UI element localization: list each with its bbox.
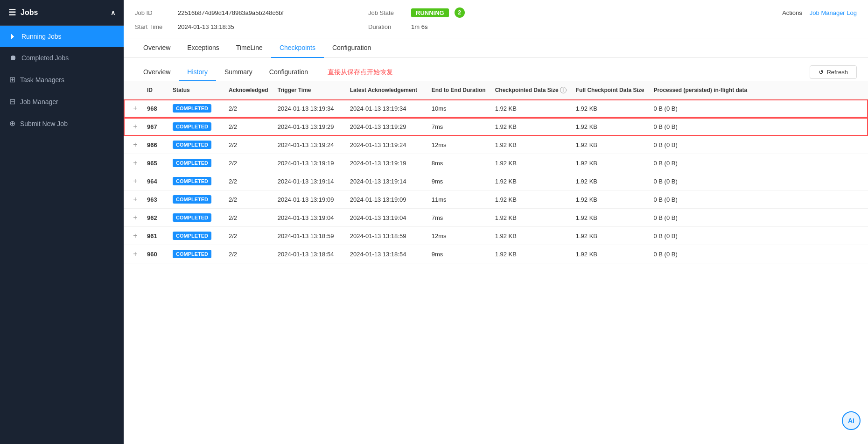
row-trigger-time: 2024-01-13 13:19:19 <box>273 154 345 172</box>
row-latest-ack: 2024-01-13 13:18:59 <box>345 227 427 245</box>
table-row[interactable]: +961COMPLETED2/22024-01-13 13:18:592024-… <box>124 227 868 245</box>
state-count-badge: 2 <box>455 7 465 18</box>
outer-tab-timeline[interactable]: TimeLine <box>228 38 271 58</box>
inner-tab-summary[interactable]: Summary <box>216 63 261 81</box>
expand-btn[interactable]: + <box>124 209 142 227</box>
running-jobs-label: Running Jobs <box>21 33 62 40</box>
row-latest-ack: 2024-01-13 13:19:04 <box>345 209 427 227</box>
row-id: 968 <box>142 99 168 118</box>
table-row[interactable]: +964COMPLETED2/22024-01-13 13:19:142024-… <box>124 172 868 190</box>
ai-badge[interactable]: Ai <box>842 411 861 430</box>
row-checkpoint-size: 1.92 KB <box>490 227 571 245</box>
row-checkpoint-size: 1.92 KB <box>490 154 571 172</box>
table-row[interactable]: +965COMPLETED2/22024-01-13 13:19:192024-… <box>124 154 868 172</box>
table-body: +968COMPLETED2/22024-01-13 13:19:342024-… <box>124 99 868 263</box>
restore-text: 直接从保存点开始恢复 <box>328 68 393 77</box>
outer-tabs: OverviewExceptionsTimeLineCheckpointsCon… <box>124 38 868 58</box>
row-latest-ack: 2024-01-13 13:19:29 <box>345 118 427 136</box>
row-acknowledged: 2/2 <box>224 172 273 190</box>
task-managers-icon: ⊞ <box>9 75 15 84</box>
duration-cell: Duration 1m 6s <box>368 21 499 33</box>
th-expand <box>124 81 142 99</box>
inner-tab-history[interactable]: History <box>179 63 216 81</box>
expand-btn[interactable]: + <box>124 99 142 118</box>
row-status: COMPLETED <box>168 245 224 263</box>
sidebar-item-submit-new-job[interactable]: ⊕ Submit New Job <box>0 113 124 134</box>
outer-tab-checkpoints[interactable]: Checkpoints <box>271 38 324 58</box>
outer-tab-configuration[interactable]: Configuration <box>324 38 379 58</box>
job-manager-log-link[interactable]: Job Manager Log <box>810 9 857 16</box>
refresh-button[interactable]: ↺ Refresh <box>810 65 857 79</box>
outer-tab-overview[interactable]: Overview <box>135 38 179 58</box>
row-duration: 12ms <box>427 136 490 154</box>
row-id: 963 <box>142 190 168 209</box>
th-id: ID <box>142 81 168 99</box>
status-badge: COMPLETED <box>173 213 211 222</box>
table-row[interactable]: +960COMPLETED2/22024-01-13 13:18:542024-… <box>124 245 868 263</box>
row-latest-ack: 2024-01-13 13:18:54 <box>345 245 427 263</box>
row-id: 964 <box>142 172 168 190</box>
checkpoint-table-container[interactable]: IDStatusAcknowledgedTrigger TimeLatest A… <box>124 81 868 444</box>
table-row[interactable]: +968COMPLETED2/22024-01-13 13:19:342024-… <box>124 99 868 118</box>
completed-jobs-icon: ⏺ <box>9 54 17 62</box>
expand-btn[interactable]: + <box>124 190 142 209</box>
job-manager-icon: ⊟ <box>9 97 15 106</box>
job-manager-label: Job Manager <box>20 98 58 106</box>
job-id-label: Job ID <box>135 9 172 16</box>
row-checkpoint-size: 1.92 KB <box>490 209 571 227</box>
status-badge: COMPLETED <box>173 122 211 131</box>
sidebar-item-job-manager[interactable]: ⊟ Job Manager <box>0 91 124 113</box>
row-status: COMPLETED <box>168 190 224 209</box>
menu-icon[interactable]: ☰ <box>8 7 16 18</box>
row-trigger-time: 2024-01-13 13:19:14 <box>273 172 345 190</box>
row-duration: 12ms <box>427 227 490 245</box>
start-time-label: Start Time <box>135 23 172 30</box>
expand-btn[interactable]: + <box>124 172 142 190</box>
row-acknowledged: 2/2 <box>224 136 273 154</box>
expand-btn[interactable]: + <box>124 227 142 245</box>
duration-label: Duration <box>368 23 406 30</box>
row-latest-ack: 2024-01-13 13:19:09 <box>345 190 427 209</box>
row-acknowledged: 2/2 <box>224 209 273 227</box>
row-full-size: 1.92 KB <box>571 190 649 209</box>
th-status: Status <box>168 81 224 99</box>
row-inflight: 0 B (0 B) <box>649 172 868 190</box>
sidebar: ☰ Jobs ∧ ⏵ Running Jobs⏺ Completed Jobs⊞… <box>0 0 124 444</box>
th-processed_inflight: Processed (persisted) in-flight data <box>649 81 868 99</box>
row-full-size: 1.92 KB <box>571 209 649 227</box>
inner-tab-overview[interactable]: Overview <box>135 63 179 81</box>
row-checkpoint-size: 1.92 KB <box>490 136 571 154</box>
actions-cell: Actions Job Manager Log <box>782 5 857 21</box>
row-full-size: 1.92 KB <box>571 99 649 118</box>
sidebar-item-running-jobs[interactable]: ⏵ Running Jobs <box>0 26 124 47</box>
expand-btn[interactable]: + <box>124 136 142 154</box>
row-status: COMPLETED <box>168 209 224 227</box>
inner-tab-configuration[interactable]: Configuration <box>261 63 316 81</box>
table-row[interactable]: +967COMPLETED2/22024-01-13 13:19:292024-… <box>124 118 868 136</box>
row-latest-ack: 2024-01-13 13:19:19 <box>345 154 427 172</box>
row-status: COMPLETED <box>168 99 224 118</box>
sidebar-item-task-managers[interactable]: ⊞ Task Managers <box>0 69 124 91</box>
row-trigger-time: 2024-01-13 13:18:54 <box>273 245 345 263</box>
job-state-label: Job State <box>368 9 406 16</box>
row-acknowledged: 2/2 <box>224 154 273 172</box>
sidebar-item-completed-jobs[interactable]: ⏺ Completed Jobs <box>0 47 124 69</box>
status-badge: COMPLETED <box>173 104 211 113</box>
table-row[interactable]: +962COMPLETED2/22024-01-13 13:19:042024-… <box>124 209 868 227</box>
expand-btn[interactable]: + <box>124 154 142 172</box>
table-row[interactable]: +963COMPLETED2/22024-01-13 13:19:092024-… <box>124 190 868 209</box>
outer-tab-exceptions[interactable]: Exceptions <box>179 38 227 58</box>
row-status: COMPLETED <box>168 172 224 190</box>
sidebar-title: Jobs <box>21 8 38 17</box>
inner-tabs-container: OverviewHistorySummaryConfiguration <box>135 63 316 81</box>
table-row[interactable]: +966COMPLETED2/22024-01-13 13:19:242024-… <box>124 136 868 154</box>
info-icon-checkpointed_data_size[interactable]: i <box>560 87 567 93</box>
expand-btn[interactable]: + <box>124 118 142 136</box>
chevron-up-icon[interactable]: ∧ <box>111 9 115 16</box>
completed-jobs-label: Completed Jobs <box>21 54 69 62</box>
expand-btn[interactable]: + <box>124 245 142 263</box>
status-badge: COMPLETED <box>173 177 211 185</box>
row-trigger-time: 2024-01-13 13:19:24 <box>273 136 345 154</box>
row-id: 960 <box>142 245 168 263</box>
duration-value: 1m 6s <box>411 23 427 30</box>
